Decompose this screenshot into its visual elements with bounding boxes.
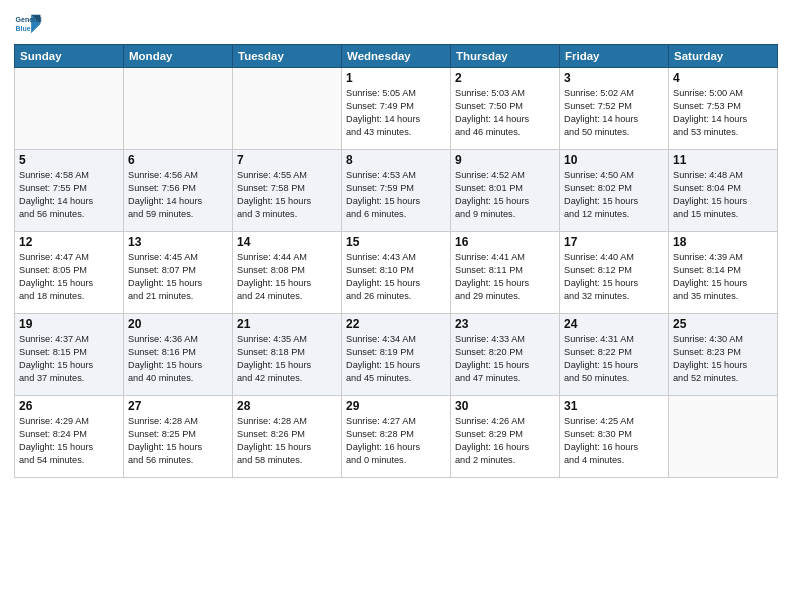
day-number: 27 — [128, 399, 228, 413]
day-number: 5 — [19, 153, 119, 167]
cell-info: Sunrise: 5:02 AMSunset: 7:52 PMDaylight:… — [564, 87, 664, 139]
day-number: 29 — [346, 399, 446, 413]
day-number: 6 — [128, 153, 228, 167]
cell-info: Sunrise: 5:00 AMSunset: 7:53 PMDaylight:… — [673, 87, 773, 139]
calendar-cell: 14Sunrise: 4:44 AMSunset: 8:08 PMDayligh… — [233, 232, 342, 314]
calendar-cell: 30Sunrise: 4:26 AMSunset: 8:29 PMDayligh… — [451, 396, 560, 478]
calendar-cell: 22Sunrise: 4:34 AMSunset: 8:19 PMDayligh… — [342, 314, 451, 396]
day-number: 8 — [346, 153, 446, 167]
day-number: 13 — [128, 235, 228, 249]
day-number: 1 — [346, 71, 446, 85]
calendar-cell — [233, 68, 342, 150]
cell-info: Sunrise: 5:05 AMSunset: 7:49 PMDaylight:… — [346, 87, 446, 139]
cell-info: Sunrise: 4:28 AMSunset: 8:26 PMDaylight:… — [237, 415, 337, 467]
cell-info: Sunrise: 4:30 AMSunset: 8:23 PMDaylight:… — [673, 333, 773, 385]
cell-info: Sunrise: 4:53 AMSunset: 7:59 PMDaylight:… — [346, 169, 446, 221]
calendar-cell: 19Sunrise: 4:37 AMSunset: 8:15 PMDayligh… — [15, 314, 124, 396]
calendar-cell: 17Sunrise: 4:40 AMSunset: 8:12 PMDayligh… — [560, 232, 669, 314]
cell-info: Sunrise: 4:47 AMSunset: 8:05 PMDaylight:… — [19, 251, 119, 303]
cell-info: Sunrise: 4:29 AMSunset: 8:24 PMDaylight:… — [19, 415, 119, 467]
day-number: 30 — [455, 399, 555, 413]
day-number: 12 — [19, 235, 119, 249]
day-number: 25 — [673, 317, 773, 331]
calendar-cell: 15Sunrise: 4:43 AMSunset: 8:10 PMDayligh… — [342, 232, 451, 314]
day-number: 23 — [455, 317, 555, 331]
cell-info: Sunrise: 4:39 AMSunset: 8:14 PMDaylight:… — [673, 251, 773, 303]
calendar-cell: 18Sunrise: 4:39 AMSunset: 8:14 PMDayligh… — [669, 232, 778, 314]
calendar-cell: 13Sunrise: 4:45 AMSunset: 8:07 PMDayligh… — [124, 232, 233, 314]
calendar: SundayMondayTuesdayWednesdayThursdayFrid… — [14, 44, 778, 478]
day-header-thursday: Thursday — [451, 45, 560, 68]
calendar-cell: 8Sunrise: 4:53 AMSunset: 7:59 PMDaylight… — [342, 150, 451, 232]
calendar-cell: 31Sunrise: 4:25 AMSunset: 8:30 PMDayligh… — [560, 396, 669, 478]
logo: General Blue — [14, 10, 44, 38]
day-number: 14 — [237, 235, 337, 249]
day-header-friday: Friday — [560, 45, 669, 68]
day-number: 17 — [564, 235, 664, 249]
day-number: 26 — [19, 399, 119, 413]
day-number: 20 — [128, 317, 228, 331]
cell-info: Sunrise: 4:37 AMSunset: 8:15 PMDaylight:… — [19, 333, 119, 385]
cell-info: Sunrise: 5:03 AMSunset: 7:50 PMDaylight:… — [455, 87, 555, 139]
cell-info: Sunrise: 4:56 AMSunset: 7:56 PMDaylight:… — [128, 169, 228, 221]
day-number: 24 — [564, 317, 664, 331]
day-header-saturday: Saturday — [669, 45, 778, 68]
calendar-cell: 28Sunrise: 4:28 AMSunset: 8:26 PMDayligh… — [233, 396, 342, 478]
calendar-cell: 7Sunrise: 4:55 AMSunset: 7:58 PMDaylight… — [233, 150, 342, 232]
cell-info: Sunrise: 4:55 AMSunset: 7:58 PMDaylight:… — [237, 169, 337, 221]
calendar-cell: 5Sunrise: 4:58 AMSunset: 7:55 PMDaylight… — [15, 150, 124, 232]
cell-info: Sunrise: 4:34 AMSunset: 8:19 PMDaylight:… — [346, 333, 446, 385]
cell-info: Sunrise: 4:45 AMSunset: 8:07 PMDaylight:… — [128, 251, 228, 303]
day-number: 10 — [564, 153, 664, 167]
calendar-cell: 11Sunrise: 4:48 AMSunset: 8:04 PMDayligh… — [669, 150, 778, 232]
cell-info: Sunrise: 4:48 AMSunset: 8:04 PMDaylight:… — [673, 169, 773, 221]
day-header-tuesday: Tuesday — [233, 45, 342, 68]
calendar-cell: 27Sunrise: 4:28 AMSunset: 8:25 PMDayligh… — [124, 396, 233, 478]
cell-info: Sunrise: 4:41 AMSunset: 8:11 PMDaylight:… — [455, 251, 555, 303]
cell-info: Sunrise: 4:26 AMSunset: 8:29 PMDaylight:… — [455, 415, 555, 467]
day-number: 16 — [455, 235, 555, 249]
calendar-cell — [124, 68, 233, 150]
day-header-sunday: Sunday — [15, 45, 124, 68]
day-number: 18 — [673, 235, 773, 249]
day-number: 28 — [237, 399, 337, 413]
calendar-cell: 24Sunrise: 4:31 AMSunset: 8:22 PMDayligh… — [560, 314, 669, 396]
calendar-cell: 21Sunrise: 4:35 AMSunset: 8:18 PMDayligh… — [233, 314, 342, 396]
calendar-cell: 10Sunrise: 4:50 AMSunset: 8:02 PMDayligh… — [560, 150, 669, 232]
calendar-cell: 3Sunrise: 5:02 AMSunset: 7:52 PMDaylight… — [560, 68, 669, 150]
cell-info: Sunrise: 4:25 AMSunset: 8:30 PMDaylight:… — [564, 415, 664, 467]
day-header-wednesday: Wednesday — [342, 45, 451, 68]
calendar-cell: 20Sunrise: 4:36 AMSunset: 8:16 PMDayligh… — [124, 314, 233, 396]
cell-info: Sunrise: 4:31 AMSunset: 8:22 PMDaylight:… — [564, 333, 664, 385]
cell-info: Sunrise: 4:40 AMSunset: 8:12 PMDaylight:… — [564, 251, 664, 303]
calendar-cell: 6Sunrise: 4:56 AMSunset: 7:56 PMDaylight… — [124, 150, 233, 232]
day-number: 21 — [237, 317, 337, 331]
calendar-cell: 23Sunrise: 4:33 AMSunset: 8:20 PMDayligh… — [451, 314, 560, 396]
day-number: 7 — [237, 153, 337, 167]
cell-info: Sunrise: 4:35 AMSunset: 8:18 PMDaylight:… — [237, 333, 337, 385]
cell-info: Sunrise: 4:36 AMSunset: 8:16 PMDaylight:… — [128, 333, 228, 385]
svg-text:Blue: Blue — [16, 25, 31, 32]
calendar-cell — [15, 68, 124, 150]
calendar-cell: 4Sunrise: 5:00 AMSunset: 7:53 PMDaylight… — [669, 68, 778, 150]
day-number: 2 — [455, 71, 555, 85]
day-number: 11 — [673, 153, 773, 167]
calendar-cell: 16Sunrise: 4:41 AMSunset: 8:11 PMDayligh… — [451, 232, 560, 314]
calendar-cell: 26Sunrise: 4:29 AMSunset: 8:24 PMDayligh… — [15, 396, 124, 478]
calendar-cell: 2Sunrise: 5:03 AMSunset: 7:50 PMDaylight… — [451, 68, 560, 150]
day-number: 9 — [455, 153, 555, 167]
day-number: 31 — [564, 399, 664, 413]
cell-info: Sunrise: 4:44 AMSunset: 8:08 PMDaylight:… — [237, 251, 337, 303]
svg-text:General: General — [16, 16, 42, 23]
cell-info: Sunrise: 4:28 AMSunset: 8:25 PMDaylight:… — [128, 415, 228, 467]
calendar-cell: 25Sunrise: 4:30 AMSunset: 8:23 PMDayligh… — [669, 314, 778, 396]
calendar-cell — [669, 396, 778, 478]
calendar-cell: 12Sunrise: 4:47 AMSunset: 8:05 PMDayligh… — [15, 232, 124, 314]
cell-info: Sunrise: 4:52 AMSunset: 8:01 PMDaylight:… — [455, 169, 555, 221]
day-number: 4 — [673, 71, 773, 85]
calendar-cell: 29Sunrise: 4:27 AMSunset: 8:28 PMDayligh… — [342, 396, 451, 478]
cell-info: Sunrise: 4:50 AMSunset: 8:02 PMDaylight:… — [564, 169, 664, 221]
calendar-cell: 9Sunrise: 4:52 AMSunset: 8:01 PMDaylight… — [451, 150, 560, 232]
cell-info: Sunrise: 4:33 AMSunset: 8:20 PMDaylight:… — [455, 333, 555, 385]
day-number: 19 — [19, 317, 119, 331]
